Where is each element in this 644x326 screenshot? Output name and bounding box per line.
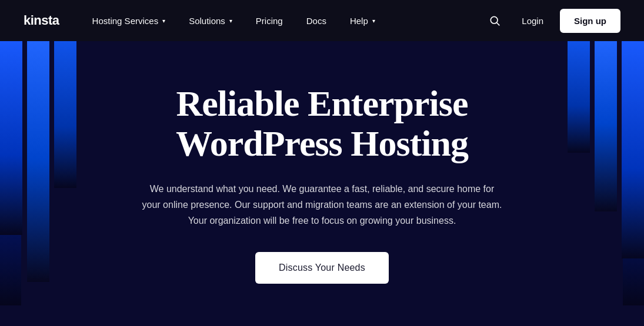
nav-hosting-services[interactable]: Hosting Services ▾ [83, 11, 175, 31]
hero-content: Reliable Enterprise WordPress Hosting We… [128, 83, 516, 284]
nav-links: Hosting Services ▾ Solutions ▾ Pricing D… [83, 11, 485, 31]
right-columns-decoration [573, 41, 644, 326]
cta-button[interactable]: Discuss Your Needs [255, 252, 389, 284]
svg-point-0 [491, 16, 498, 23]
nav-solutions[interactable]: Solutions ▾ [179, 11, 242, 31]
hero-subtitle: We understand what you need. We guarante… [140, 181, 505, 229]
hero-title: Reliable Enterprise WordPress Hosting [140, 83, 505, 163]
nav-docs[interactable]: Docs [297, 11, 336, 31]
svg-line-1 [497, 23, 500, 26]
chevron-down-icon: ▾ [162, 18, 165, 24]
search-button[interactable] [484, 10, 505, 31]
hero-section: Reliable Enterprise WordPress Hosting We… [0, 41, 644, 326]
col-decoration [27, 41, 49, 282]
signup-button[interactable]: Sign up [560, 9, 620, 33]
nav-pricing[interactable]: Pricing [246, 11, 292, 31]
chevron-down-icon: ▾ [229, 18, 232, 24]
logo-text: kinsta [24, 13, 59, 28]
col-decoration [54, 41, 76, 188]
search-icon [489, 15, 500, 26]
col-decoration [595, 41, 617, 211]
col-decoration [568, 41, 590, 153]
logo[interactable]: kinsta [24, 13, 59, 28]
nav-right: Login Sign up [484, 9, 620, 33]
login-button[interactable]: Login [515, 11, 550, 31]
nav-help[interactable]: Help ▾ [341, 11, 385, 31]
col-decoration [0, 41, 22, 235]
navbar: kinsta Hosting Services ▾ Solutions ▾ Pr… [0, 0, 644, 41]
col-decoration [622, 41, 644, 258]
chevron-down-icon: ▾ [372, 18, 375, 24]
left-columns-decoration [0, 41, 71, 326]
